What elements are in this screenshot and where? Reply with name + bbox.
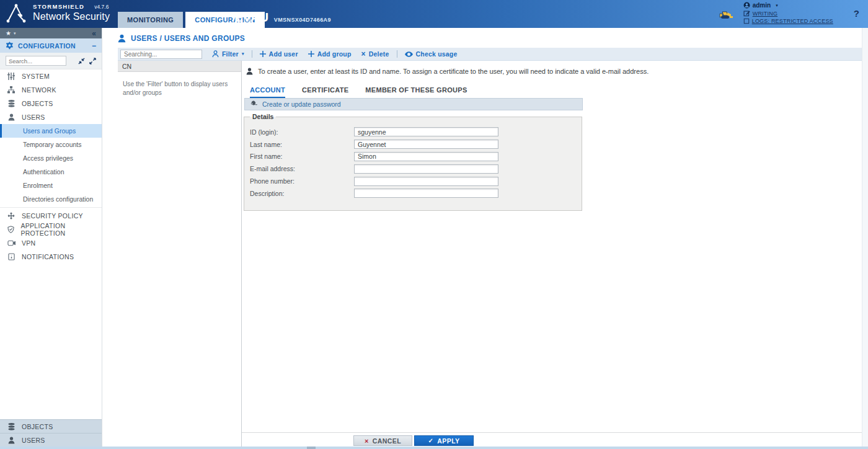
id-login-field[interactable] — [354, 127, 498, 136]
sidebar-item-directories-configuration[interactable]: Directories configuration — [0, 192, 102, 206]
top-right-menu: admin ▾ WRITING LOGS: RESTRICTED ACCESS — [719, 2, 859, 24]
sidebar-menu: SYSTEM NETWORK OBJECTS — [0, 69, 102, 264]
logs-access-link[interactable]: LOGS: RESTRICTED ACCESS — [743, 18, 833, 24]
brand-name: STORMSHIELD — [33, 3, 84, 10]
writing-mode-label: WRITING — [753, 11, 777, 17]
email-label: E-mail address: — [250, 165, 354, 172]
sidebar-item-objects[interactable]: OBJECTS — [0, 97, 102, 110]
eye-icon — [405, 51, 413, 57]
add-group-button[interactable]: Add group — [303, 50, 356, 58]
sidebar-item-users-and-groups[interactable]: Users and Groups — [0, 124, 102, 138]
favorites-star-icon[interactable]: ★ — [6, 30, 11, 37]
sidebar-search-row — [0, 53, 102, 69]
info-square-icon — [7, 253, 16, 260]
cn-column-header[interactable]: CN — [118, 61, 241, 72]
tab-member-of-these-groups[interactable]: MEMBER OF THESE GROUPS — [365, 86, 467, 99]
database-icon — [7, 100, 16, 107]
footer-item-objects[interactable]: OBJECTS — [0, 419, 102, 433]
create-update-password-button[interactable]: Create or update password — [244, 98, 583, 110]
footer-item-users[interactable]: USERS — [0, 433, 102, 447]
add-user-button[interactable]: Add user — [255, 50, 303, 58]
configuration-label: CONFIGURATION — [18, 42, 76, 50]
field-row-id: ID (login): — [250, 126, 582, 138]
chevron-down-icon: ▾ — [242, 51, 244, 56]
details-fieldset: Details ID (login): Last name: First nam… — [244, 113, 582, 211]
help-button[interactable]: ? — [854, 8, 859, 19]
sliders-icon — [7, 73, 16, 80]
network-icon — [7, 86, 16, 94]
details-legend: Details — [250, 113, 276, 120]
toolbar: Filter ▾ Add user Add group × Delete — [118, 48, 862, 61]
last-name-label: Last name: — [250, 141, 354, 148]
sidebar-item-authentication[interactable]: Authentication — [0, 165, 102, 179]
form-tabs: ACCOUNT CERTIFICATE MEMBER OF THESE GROU… — [250, 86, 484, 99]
user-menu[interactable]: admin ▾ — [743, 2, 833, 9]
phone-label: Phone number: — [250, 177, 354, 185]
sidebar-item-vpn[interactable]: VPN — [0, 236, 102, 250]
splitter-handle[interactable] — [307, 447, 316, 449]
collapse-sidebar-icon[interactable]: « — [92, 29, 96, 38]
key-icon — [250, 100, 257, 108]
minimize-icon[interactable]: − — [92, 42, 96, 50]
sidebar-item-system[interactable]: SYSTEM — [0, 69, 102, 83]
description-field[interactable] — [354, 189, 498, 198]
first-name-field[interactable] — [354, 152, 498, 161]
delete-button[interactable]: × Delete — [356, 50, 394, 58]
check-usage-button[interactable]: Check usage — [400, 50, 463, 58]
user-icon — [246, 68, 253, 75]
user-circle-icon — [743, 2, 750, 9]
writing-mode-link[interactable]: WRITING — [743, 10, 833, 17]
chevron-down-icon[interactable]: ▾ — [14, 31, 16, 36]
info-row: To create a user, enter at least its ID … — [246, 68, 649, 75]
brand-subtitle: Network Security — [33, 11, 110, 22]
x-icon: × — [361, 50, 366, 58]
user-icon — [118, 34, 126, 43]
id-login-label: ID (login): — [250, 128, 354, 136]
shield-icon — [7, 226, 14, 233]
sidebar: ★ ▾ « CONFIGURATION − — [0, 28, 102, 447]
sidebar-search-input[interactable] — [6, 56, 66, 66]
sidebar-item-security-policy[interactable]: SECURITY POLICY — [0, 209, 102, 223]
list-empty-message: Use the 'Filter' button to display users… — [118, 72, 241, 98]
filter-button[interactable]: Filter ▾ — [207, 50, 249, 58]
user-icon — [7, 113, 16, 121]
sidebar-item-enrolment[interactable]: Enrolment — [0, 179, 102, 192]
expand-all-icon[interactable] — [89, 58, 96, 64]
phone-field[interactable] — [354, 177, 498, 186]
appliance-serial: VMSNSX04D7466A9 — [274, 17, 331, 23]
field-row-description: Description: — [250, 187, 582, 200]
tab-account[interactable]: ACCOUNT — [250, 86, 285, 99]
sidebar-item-users[interactable]: USERS — [0, 110, 102, 124]
brand: STORMSHIELD v4.7.6 Network Security — [6, 3, 110, 24]
top-bar: STORMSHIELD v4.7.6 Network Security MONI… — [0, 0, 868, 28]
apply-button[interactable]: ✓ APPLY — [414, 435, 474, 446]
last-name-field[interactable] — [354, 140, 498, 149]
divider — [252, 50, 252, 58]
check-icon: ✓ — [428, 437, 434, 444]
sidebar-item-temporary-accounts[interactable]: Temporary accounts — [0, 138, 102, 151]
collapse-all-icon[interactable] — [78, 58, 85, 64]
chevron-down-icon: ▾ — [776, 3, 778, 8]
tab-certificate[interactable]: CERTIFICATE — [302, 86, 348, 99]
version-label: v4.7.6 — [94, 4, 108, 10]
password-link-label: Create or update password — [262, 100, 341, 108]
tab-monitoring[interactable]: MONITORING — [118, 12, 183, 28]
sidebar-item-access-privileges[interactable]: Access privileges — [0, 151, 102, 165]
sidebar-item-notifications[interactable]: NOTIFICATIONS — [0, 250, 102, 264]
sidebar-item-application-protection[interactable]: APPLICATION PROTECTION — [0, 223, 102, 236]
email-field[interactable] — [354, 164, 498, 174]
page-title: USERS / USERS AND GROUPS — [118, 34, 245, 43]
cancel-button[interactable]: × CANCEL — [353, 435, 412, 446]
filter-user-icon — [212, 50, 219, 58]
search-input[interactable] — [120, 50, 202, 59]
sidebar-footer: OBJECTS USERS — [0, 419, 102, 447]
main-content: USERS / USERS AND GROUPS Filter ▾ Add us… — [103, 28, 862, 447]
vertical-scrollbar[interactable] — [862, 28, 868, 447]
checkbox-icon — [743, 18, 750, 24]
user-icon — [7, 437, 16, 444]
configuration-header: CONFIGURATION − — [0, 38, 102, 53]
sidebar-item-network[interactable]: NETWORK — [0, 83, 102, 97]
horizontal-scrollbar[interactable] — [0, 447, 868, 449]
bulldozer-icon — [719, 10, 734, 22]
description-label: Description: — [250, 190, 354, 197]
